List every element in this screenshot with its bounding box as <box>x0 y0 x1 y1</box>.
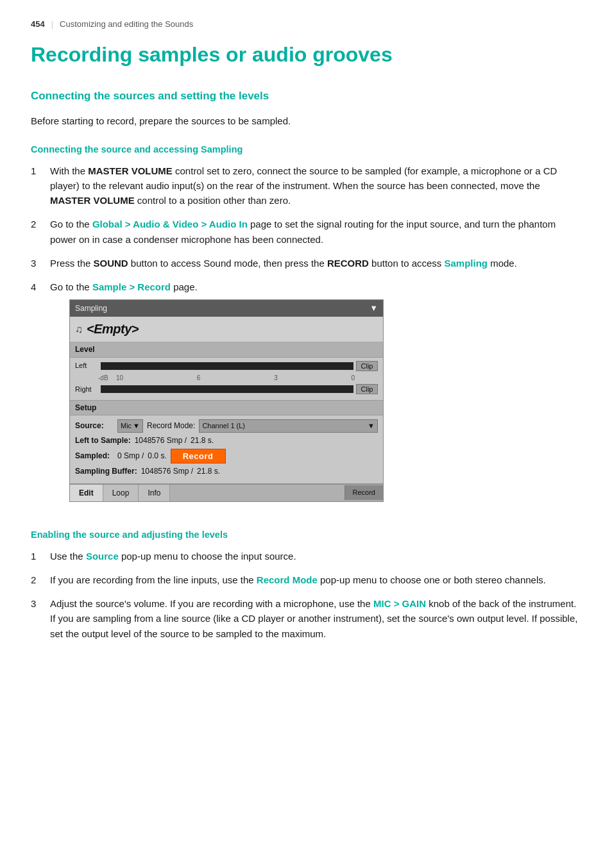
source-row: Source: Mic ▼ Record Mode: Channel 1 (L)… <box>75 419 378 433</box>
step-3-number: 3 <box>31 256 50 271</box>
sampled-value: 0 Smp / <box>117 450 144 462</box>
section2-heading: Enabling the source and adjusting the le… <box>31 528 581 542</box>
sample-record-path: Sample > Record <box>92 281 171 292</box>
section2-step-2-content: If you are recording from the line input… <box>50 572 581 587</box>
section1-intro: Before starting to record, prepare the s… <box>31 113 581 128</box>
subsection1-heading: Connecting the source and accessing Samp… <box>31 142 581 156</box>
page-number: 454 <box>31 18 45 31</box>
page-header: 454 | Customizing and editing the Sounds <box>31 18 581 31</box>
step-1-content: With the MASTER VOLUME control set to ze… <box>50 163 581 208</box>
buffer-value: 1048576 Smp / <box>141 465 193 478</box>
section1-heading: Connecting the sources and setting the l… <box>31 88 581 104</box>
left-to-sample-label: Left to Sample: <box>75 435 131 447</box>
sampling-titlebar: Sampling ▼ <box>70 300 383 317</box>
tab-edit[interactable]: Edit <box>70 485 103 502</box>
record-button-ref: RECORD <box>327 258 369 269</box>
tab-loop[interactable]: Loop <box>103 485 139 502</box>
mic-dropdown[interactable]: Mic ▼ <box>117 419 143 433</box>
sampling-name: <Empty> <box>87 319 139 339</box>
right-clip-button[interactable]: Clip <box>356 384 378 394</box>
buffer-time: 21.8 s. <box>197 465 220 478</box>
record-mode-label: Record Mode: <box>147 420 195 432</box>
tab-record-button[interactable]: Record <box>344 485 383 500</box>
db-tick-3: 3 <box>274 373 278 383</box>
steps-list: 1 With the MASTER VOLUME control set to … <box>31 163 581 514</box>
breadcrumb: Customizing and editing the Sounds <box>60 18 193 31</box>
channel-value: Channel 1 (L) <box>202 421 245 431</box>
db-row: -dB 10 6 3 0 <box>98 372 378 384</box>
record-mode-ref: Record Mode <box>257 574 318 585</box>
buffer-label: Sampling Buffer: <box>75 465 137 478</box>
tab-info[interactable]: Info <box>139 485 170 502</box>
level-section-label: Level <box>70 342 383 358</box>
left-to-sample-value: 1048576 Smp / <box>135 435 187 447</box>
step-2-number: 2 <box>31 217 50 231</box>
source-label: Source: <box>75 420 114 432</box>
left-to-sample-time: 21.8 s. <box>191 435 214 447</box>
db-tick-6: 6 <box>197 373 201 383</box>
step-1: 1 With the MASTER VOLUME control set to … <box>31 163 581 208</box>
sampling-ui-box: Sampling ▼ ♫ <Empty> Level Left <box>69 299 384 502</box>
global-audio-path: Global > Audio & Video > Audio In <box>92 219 248 230</box>
db-tick-10: 10 <box>116 373 123 383</box>
step-4-number: 4 <box>31 280 50 294</box>
setup-section-label: Setup <box>70 401 383 416</box>
sampling-name-row: ♫ <Empty> <box>70 317 383 342</box>
master-volume-ref2: MASTER VOLUME <box>50 195 135 206</box>
channel-dropdown[interactable]: Channel 1 (L) ▼ <box>199 419 378 433</box>
buffer-row: Sampling Buffer: 1048576 Smp / 21.8 s. <box>75 465 378 478</box>
step-4-content: Go to the Sample > Record page. Sampling… <box>50 280 581 513</box>
mic-value: Mic <box>121 421 132 431</box>
mic-arrow-icon: ▼ <box>133 421 140 431</box>
step-3-content: Press the SOUND button to access Sound m… <box>50 256 581 271</box>
left-clip-button[interactable]: Clip <box>356 361 378 371</box>
sampled-time: 0.0 s. <box>148 450 166 462</box>
sampling-tabs: Edit Loop Info Record <box>70 484 383 502</box>
section2-step-3-number: 3 <box>31 596 50 611</box>
db-ticks: 10 6 3 0 <box>115 373 356 383</box>
section2-step-1: 1 Use the Source pop-up menu to choose t… <box>31 549 581 563</box>
db-label: -dB <box>98 373 115 383</box>
right-level-bar <box>101 385 353 393</box>
sampling-arrow-icon[interactable]: ▼ <box>370 302 378 315</box>
step-1-number: 1 <box>31 163 50 178</box>
section2-steps-list: 1 Use the Source pop-up menu to choose t… <box>31 549 581 641</box>
section2-step-1-number: 1 <box>31 549 50 563</box>
sampling-mode-ref: Sampling <box>445 258 488 269</box>
left-label: Left <box>75 360 98 371</box>
channel-arrow-icon: ▼ <box>368 421 375 431</box>
section2-step-2: 2 If you are recording from the line inp… <box>31 572 581 587</box>
section2-step-3: 3 Adjust the source's volume. If you are… <box>31 596 581 641</box>
sampled-label: Sampled: <box>75 450 114 462</box>
step-4: 4 Go to the Sample > Record page. Sampli… <box>31 280 581 513</box>
step-2: 2 Go to the Global > Audio & Video > Aud… <box>31 217 581 247</box>
section2-step-1-content: Use the Source pop-up menu to choose the… <box>50 549 581 563</box>
right-label: Right <box>75 384 98 395</box>
right-level-row: Right Clip <box>75 384 378 395</box>
level-section: Left Clip -dB 10 6 3 0 <box>70 358 383 401</box>
db-tick-0: 0 <box>351 373 355 383</box>
section2-step-3-content: Adjust the source's volume. If you are r… <box>50 596 581 641</box>
sampling-note-icon: ♫ <box>75 322 83 338</box>
master-volume-ref: MASTER VOLUME <box>88 165 173 176</box>
record-button-big[interactable]: Record <box>171 449 226 463</box>
left-level-row: Left Clip <box>75 360 378 371</box>
step-3: 3 Press the SOUND button to access Sound… <box>31 256 581 271</box>
setup-section: Source: Mic ▼ Record Mode: Channel 1 (L)… <box>70 415 383 483</box>
left-level-bar <box>101 362 353 370</box>
sampling-title: Sampling <box>75 303 107 315</box>
sound-button-ref: SOUND <box>94 258 128 269</box>
left-to-sample-row: Left to Sample: 1048576 Smp / 21.8 s. <box>75 435 378 447</box>
page-title: Recording samples or audio grooves <box>31 42 581 67</box>
mic-gain-ref: MIC > GAIN <box>373 598 426 609</box>
sampled-row: Sampled: 0 Smp / 0.0 s. Record <box>75 449 378 463</box>
step-2-content: Go to the Global > Audio & Video > Audio… <box>50 217 581 247</box>
section2-step-2-number: 2 <box>31 572 50 587</box>
source-ref: Source <box>86 551 119 562</box>
